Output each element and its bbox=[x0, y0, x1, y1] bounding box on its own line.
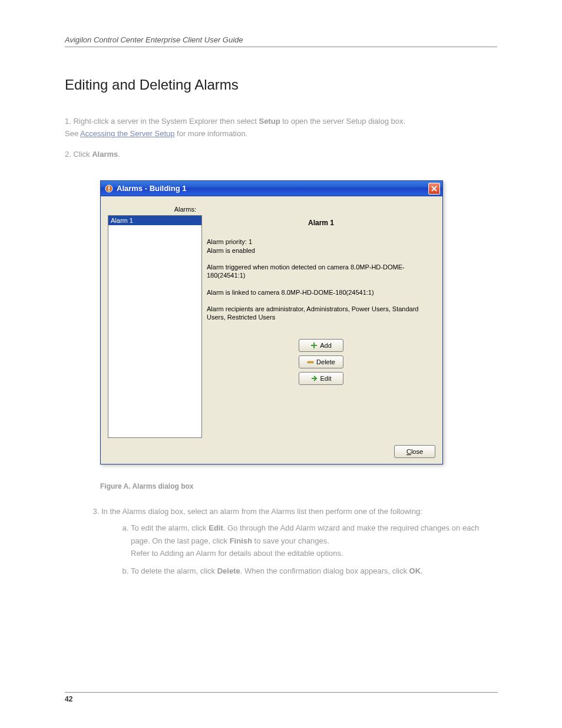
text: 1. Right-click a server in the System Ex… bbox=[65, 117, 259, 126]
alarm-detail-title: Alarm 1 bbox=[207, 219, 435, 227]
dialog-close-button[interactable] bbox=[428, 183, 440, 195]
close-button[interactable]: Close bbox=[394, 445, 435, 458]
figure-caption: Figure A. Alarms dialog box bbox=[100, 482, 497, 490]
link-accessing-server-setup[interactable]: Accessing the Server Setup bbox=[80, 129, 174, 138]
text: to save your changes. bbox=[252, 536, 329, 545]
button-ref: Alarms bbox=[92, 150, 118, 159]
alarm-priority-text: Alarm priority: 1 bbox=[207, 238, 435, 246]
button-ref: Delete bbox=[217, 566, 240, 575]
arrow-right-icon bbox=[311, 375, 318, 382]
svg-rect-5 bbox=[308, 361, 313, 363]
svg-rect-2 bbox=[108, 190, 110, 191]
dialog-title: Alarms - Building 1 bbox=[117, 184, 428, 193]
alarms-dialog: Alarms - Building 1 Alarms: Alarm 1 Al bbox=[100, 180, 443, 465]
close-button-rest: lose bbox=[411, 448, 423, 455]
menu-ref: Setup bbox=[259, 117, 280, 126]
step-3: In the Alarms dialog box, select an alar… bbox=[101, 506, 497, 577]
text: In the Alarms dialog box, select an alar… bbox=[101, 507, 422, 516]
step-3b: To delete the alarm, click Delete. When … bbox=[131, 565, 497, 577]
text: . When the confirmation dialog box appea… bbox=[240, 566, 409, 575]
alarms-label: Alarms: bbox=[108, 203, 202, 215]
button-ref: OK bbox=[409, 566, 421, 575]
text: to open the server Setup dialog box. bbox=[280, 117, 405, 126]
delete-button[interactable]: Delete bbox=[299, 355, 343, 368]
add-button-label: Add bbox=[320, 342, 332, 349]
dialog-titlebar[interactable]: Alarms - Building 1 bbox=[101, 181, 442, 196]
text: See bbox=[65, 129, 80, 138]
alarm-enabled-text: Alarm is enabled bbox=[207, 246, 435, 255]
alarm-recipients-text: Alarm recipients are administrator, Admi… bbox=[207, 305, 435, 322]
button-ref: Edit bbox=[209, 523, 223, 532]
text: for more information. bbox=[174, 129, 247, 138]
text: To delete the alarm, click bbox=[131, 566, 217, 575]
document-header: Avigilon Control Center Enterprise Clien… bbox=[65, 35, 497, 47]
svg-rect-4 bbox=[311, 345, 317, 346]
button-ref: Finish bbox=[230, 536, 252, 545]
text: To edit the alarm, click bbox=[131, 523, 209, 532]
text: for details about the editable options. bbox=[216, 549, 343, 558]
step-3a: To edit the alarm, click Edit. Go throug… bbox=[131, 522, 497, 559]
alarm-trigger-text: Alarm triggered when motion detected on … bbox=[207, 263, 435, 280]
section-heading: Editing and Deleting Alarms bbox=[65, 77, 497, 93]
edit-button-label: Edit bbox=[320, 375, 332, 382]
plus-icon bbox=[310, 342, 318, 349]
alarm-icon bbox=[104, 184, 114, 193]
alarm-list-item[interactable]: Alarm 1 bbox=[108, 216, 201, 225]
text: . bbox=[118, 150, 120, 159]
text: 2. Click bbox=[65, 150, 92, 159]
text: Refer to bbox=[131, 549, 160, 558]
page-number: 42 bbox=[65, 692, 498, 703]
close-icon bbox=[431, 186, 437, 192]
edit-button[interactable]: Edit bbox=[299, 372, 343, 385]
alarms-listbox[interactable]: Alarm 1 bbox=[108, 215, 202, 438]
link-adding-an-alarm[interactable]: Adding an Alarm bbox=[160, 549, 216, 558]
delete-button-label: Delete bbox=[316, 358, 335, 365]
text: . bbox=[421, 566, 423, 575]
close-button-underline: C bbox=[406, 448, 411, 455]
step-1: 1. Right-click a server in the System Ex… bbox=[65, 116, 497, 140]
minus-icon bbox=[307, 358, 314, 365]
alarm-linked-text: Alarm is linked to camera 8.0MP-HD-DOME-… bbox=[207, 288, 435, 297]
svg-rect-1 bbox=[108, 186, 110, 189]
step-2: 2. Click Alarms. bbox=[65, 149, 497, 161]
add-button[interactable]: Add bbox=[299, 339, 343, 352]
